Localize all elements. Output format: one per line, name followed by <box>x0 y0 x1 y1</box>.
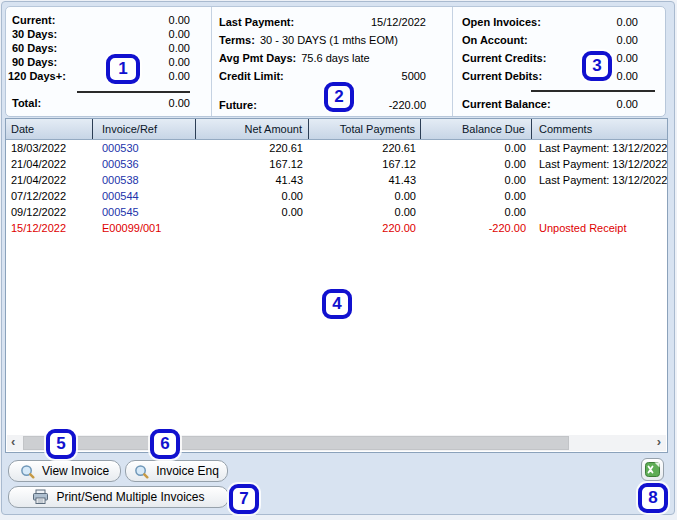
cell-total-payments: 167.12 <box>309 156 421 172</box>
printer-icon <box>32 489 49 505</box>
cell-comments: Unposted Receipt <box>532 220 667 236</box>
table-row[interactable]: 21/04/2022 000538 41.43 41.43 0.00 Last … <box>6 172 667 188</box>
horizontal-scrollbar[interactable]: ‹ › <box>7 435 666 451</box>
last-payment-row: Last Payment: 15/12/2022 <box>212 13 452 31</box>
excel-icon <box>645 462 660 477</box>
table-row[interactable]: 21/04/2022 000536 167.12 167.12 0.00 Las… <box>6 156 667 172</box>
cell-date: 18/03/2022 <box>6 140 93 156</box>
balance-total-rule <box>531 90 655 92</box>
export-to-excel-button[interactable] <box>641 458 664 481</box>
aging-total-value: 0.00 <box>169 97 190 109</box>
cell-balance-due: -220.00 <box>421 220 532 236</box>
balance-label: On Account: <box>462 34 528 46</box>
view-invoice-button[interactable]: View Invoice <box>8 460 121 482</box>
table-row-unposted-receipt[interactable]: 15/12/2022 E00099/001 220.00 -220.00 Unp… <box>6 220 667 236</box>
cell-balance-due: 0.00 <box>421 156 532 172</box>
balance-row: Current Credits: 0.00 <box>453 49 665 67</box>
cell-date: 15/12/2022 <box>6 220 93 236</box>
table-row[interactable]: 07/12/2022 000544 0.00 0.00 0.00 <box>6 188 667 204</box>
aging-value: 0.00 <box>169 28 190 40</box>
aging-label: 120 Days+: <box>8 70 66 82</box>
aging-label: Current: <box>12 14 55 26</box>
cell-comments: Last Payment: 13/12/2022 <box>532 172 667 188</box>
aging-value: 0.00 <box>169 42 190 54</box>
cell-balance-due: 0.00 <box>421 204 532 220</box>
balance-value: 0.00 <box>617 52 638 64</box>
terms-value: 30 - 30 DAYS (1 mths EOM) <box>260 34 398 46</box>
magnifier-icon <box>20 464 35 479</box>
customer-account-window: Current: 0.00 30 Days: 0.00 60 Days: 0.0… <box>1 1 675 515</box>
annotation-badge-3: 3 <box>582 51 612 81</box>
aging-value: 0.00 <box>169 14 190 26</box>
aging-label: 60 Days: <box>12 42 57 54</box>
future-label: Future: <box>219 99 257 111</box>
balance-value: 0.00 <box>617 70 638 82</box>
current-balance-value: 0.00 <box>617 98 638 110</box>
aging-label: 90 Days: <box>12 56 57 68</box>
cell-net-amount: 41.43 <box>196 172 309 188</box>
cell-net-amount: 220.61 <box>196 140 309 156</box>
column-header-net-amount[interactable]: Net Amount <box>196 119 309 139</box>
cell-invoice-ref[interactable]: E00099/001 <box>93 220 196 236</box>
terms-row: Terms: 30 - 30 DAYS (1 mths EOM) <box>212 31 452 49</box>
cell-net-amount: 0.00 <box>196 188 309 204</box>
credit-limit-value: 5000 <box>402 70 426 82</box>
balance-row: Current Debits: 0.00 <box>453 67 665 85</box>
balance-value: 0.00 <box>617 16 638 28</box>
balances-panel: Open Invoices: 0.00 On Account: 0.00 Cur… <box>453 7 665 116</box>
scroll-right-icon[interactable]: › <box>657 435 661 451</box>
balance-row: On Account: 0.00 <box>453 31 665 49</box>
cell-total-payments: 41.43 <box>309 172 421 188</box>
table-row[interactable]: 09/12/2022 000545 0.00 0.00 0.00 <box>6 204 667 220</box>
cell-invoice-ref[interactable]: 000536 <box>93 156 196 172</box>
magnifier-icon <box>134 464 149 479</box>
cell-comments <box>532 188 667 204</box>
cell-total-payments: 0.00 <box>309 204 421 220</box>
avg-pmt-days-label: Avg Pmt Days: <box>219 52 296 64</box>
aging-label: 30 Days: <box>12 28 57 40</box>
invoice-enq-button[interactable]: Invoice Enq <box>125 460 228 482</box>
table-header: Date Invoice/Ref Net Amount Total Paymen… <box>6 119 667 140</box>
scroll-left-icon[interactable]: ‹ <box>11 435 15 451</box>
cell-date: 21/04/2022 <box>6 172 93 188</box>
cell-invoice-ref[interactable]: 000538 <box>93 172 196 188</box>
annotation-badge-6: 6 <box>150 429 180 459</box>
table-row[interactable]: 18/03/2022 000530 220.61 220.61 0.00 Las… <box>6 140 667 156</box>
credit-limit-label: Credit Limit: <box>219 70 284 82</box>
cell-invoice-ref[interactable]: 000530 <box>93 140 196 156</box>
aging-row: Current: 0.00 <box>6 13 211 27</box>
balance-value: 0.00 <box>617 34 638 46</box>
avg-pmt-days-row: Avg Pmt Days: 75.6 days late <box>212 49 452 67</box>
last-payment-value: 15/12/2022 <box>371 16 426 28</box>
invoice-enq-label: Invoice Enq <box>156 464 219 478</box>
cell-invoice-ref[interactable]: 000544 <box>93 188 196 204</box>
avg-pmt-days-value: 75.6 days late <box>301 52 370 64</box>
cell-net-amount: 0.00 <box>196 204 309 220</box>
balance-row: Open Invoices: 0.00 <box>453 13 665 31</box>
aging-value: 0.00 <box>169 56 190 68</box>
column-header-total-payments[interactable]: Total Payments <box>309 119 421 139</box>
cell-balance-due: 0.00 <box>421 188 532 204</box>
future-value: -220.00 <box>389 99 426 111</box>
print-send-label: Print/Send Multiple Invoices <box>56 490 204 504</box>
column-header-balance-due[interactable]: Balance Due <box>421 119 532 139</box>
aging-row: 30 Days: 0.00 <box>6 27 211 41</box>
column-header-invoice-ref[interactable]: Invoice/Ref <box>93 119 196 139</box>
cell-balance-due: 0.00 <box>421 172 532 188</box>
aging-total-label: Total: <box>12 97 41 109</box>
cell-comments: Last Payment: 13/12/2022 <box>532 140 667 156</box>
scrollbar-thumb[interactable] <box>23 436 569 450</box>
cell-invoice-ref[interactable]: 000545 <box>93 204 196 220</box>
annotation-badge-2: 2 <box>324 82 354 112</box>
print-send-multiple-invoices-button[interactable]: Print/Send Multiple Invoices <box>8 486 229 508</box>
cell-total-payments: 220.00 <box>309 220 421 236</box>
column-header-comments[interactable]: Comments <box>532 119 667 139</box>
aging-value: 0.00 <box>169 70 190 82</box>
column-header-date[interactable]: Date <box>6 119 93 139</box>
balance-label: Current Debits: <box>462 70 542 82</box>
current-balance-label: Current Balance: <box>462 98 551 110</box>
balance-label: Current Credits: <box>462 52 546 64</box>
aging-row: 60 Days: 0.00 <box>6 41 211 55</box>
cell-date: 09/12/2022 <box>6 204 93 220</box>
cell-comments: Last Payment: 13/12/2022 <box>532 156 667 172</box>
